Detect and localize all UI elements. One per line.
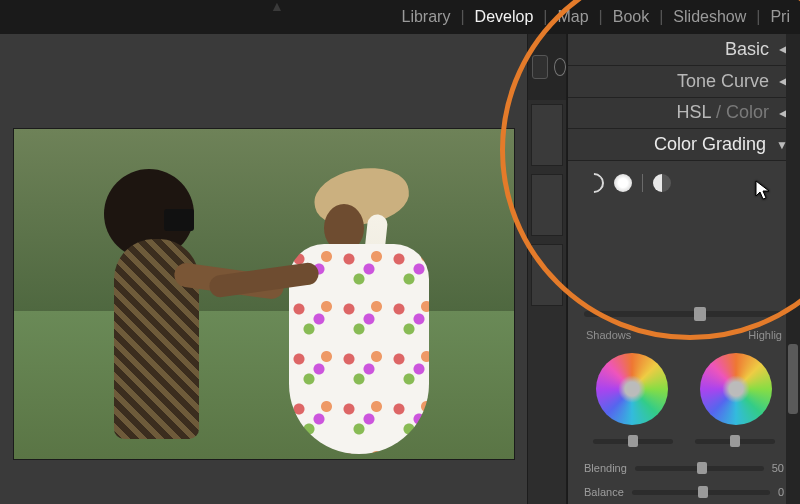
panel-switch[interactable] — [531, 104, 563, 166]
mouse-cursor-icon — [755, 180, 773, 205]
panel-tone-curve-label: Tone Curve — [677, 71, 769, 92]
panel-switch[interactable] — [531, 174, 563, 236]
shadows-color-wheel[interactable] — [596, 353, 668, 425]
balance-label: Balance — [584, 486, 624, 498]
module-picker-bar: ▲ Library| Develop| Map| Book| Slideshow… — [0, 0, 800, 34]
nav-print[interactable]: Pri — [766, 8, 794, 26]
balance-value: 0 — [778, 486, 784, 498]
blending-row: Blending 50 — [578, 460, 790, 476]
divider — [642, 174, 643, 192]
panel-color-grading-label: Color Grading — [654, 134, 766, 155]
cg-view-shadows-icon[interactable] — [614, 174, 632, 192]
panel-hsl-label: HSL / Color — [677, 102, 769, 123]
blending-label: Blending — [584, 462, 627, 474]
panel-tone-curve[interactable]: Tone Curve ◀ — [568, 66, 800, 98]
nav-slideshow[interactable]: Slideshow — [669, 8, 750, 26]
highlights-color-wheel[interactable] — [700, 353, 772, 425]
main-area: Basic ◀ Tone Curve ◀ HSL / Color ◀ Color… — [0, 34, 800, 504]
panel-scrollbar[interactable] — [786, 34, 800, 504]
tool-strip — [528, 34, 566, 100]
crop-tool-icon[interactable] — [532, 55, 548, 79]
label-highlights: Highlig — [748, 329, 782, 341]
balance-row: Balance 0 — [578, 484, 790, 500]
balance-slider[interactable] — [632, 490, 770, 495]
panel-color-grading[interactable]: Color Grading ▼ — [568, 129, 800, 161]
module-nav: Library| Develop| Map| Book| Slideshow| … — [398, 8, 794, 26]
nav-library[interactable]: Library — [398, 8, 455, 26]
color-grading-body: Shadows Highlig Blending 50 Balance 0 — [568, 161, 800, 504]
nav-book[interactable]: Book — [609, 8, 653, 26]
image-canvas[interactable] — [0, 34, 527, 504]
develop-right-panel: Basic ◀ Tone Curve ◀ HSL / Color ◀ Color… — [567, 34, 800, 504]
shadows-luminance-slider[interactable] — [593, 439, 673, 444]
panel-basic[interactable]: Basic ◀ — [568, 34, 800, 66]
collapse-caret-icon[interactable]: ▲ — [270, 0, 284, 14]
cg-luminance-slider[interactable] — [584, 311, 784, 317]
label-shadows: Shadows — [586, 329, 631, 341]
cg-view-midtones-icon[interactable] — [653, 174, 671, 192]
cg-wheel-labels: Shadows Highlig — [578, 329, 790, 341]
cg-view-3way-icon[interactable] — [580, 169, 608, 197]
blending-slider[interactable] — [635, 466, 764, 471]
panel-basic-label: Basic — [725, 39, 769, 60]
panel-switch[interactable] — [531, 244, 563, 306]
secondary-strip — [527, 34, 567, 504]
blending-value: 50 — [772, 462, 784, 474]
panel-hsl-color[interactable]: HSL / Color ◀ — [568, 98, 800, 130]
spot-tool-icon[interactable] — [554, 58, 566, 76]
nav-develop[interactable]: Develop — [471, 8, 538, 26]
nav-map[interactable]: Map — [553, 8, 592, 26]
highlights-luminance-slider[interactable] — [695, 439, 775, 444]
preview-photo — [13, 128, 515, 460]
